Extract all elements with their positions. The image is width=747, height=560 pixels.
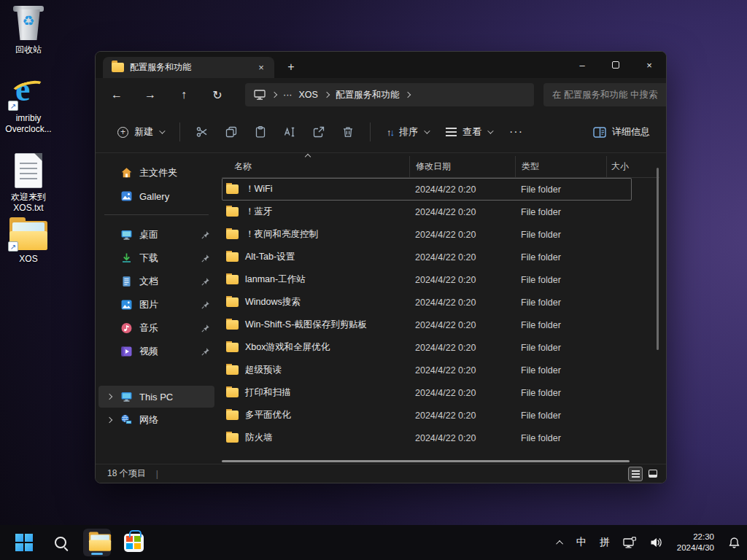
folder-icon: ↗ [9, 221, 47, 250]
column-header-type[interactable]: 类型 [515, 156, 606, 177]
expand-chevron-icon[interactable] [107, 394, 112, 400]
breadcrumb-ellipsis[interactable]: ··· [283, 90, 293, 100]
folder-icon [226, 275, 239, 284]
file-row[interactable]: Windows搜索 2024/4/22 0:20 File folder [222, 291, 632, 314]
expand-chevron-icon[interactable] [107, 417, 112, 423]
folder-icon [112, 63, 124, 72]
network-tray-button[interactable] [616, 528, 643, 557]
folder-icon [226, 365, 239, 375]
desktop-icon-ie-shortcut[interactable]: e ↗ imribiy Overclock... [0, 73, 57, 135]
notifications-button[interactable] [721, 528, 747, 557]
file-row[interactable]: lanman-工作站 2024/4/22 0:20 File folder [222, 268, 632, 291]
desktop-icon-xos-folder[interactable]: ↗ XOS [0, 221, 57, 265]
folder-icon [226, 230, 239, 239]
file-row[interactable]: 多平面优化 2024/4/22 0:20 File folder [222, 404, 632, 427]
pin-icon [201, 324, 210, 333]
sidebar-item-pictures[interactable]: 图片 [98, 294, 214, 316]
start-button[interactable] [10, 529, 38, 556]
large-icons-view-icon [649, 470, 657, 478]
file-name: 超级预读 [245, 364, 282, 376]
breadcrumb-item-xos[interactable]: XOS [299, 90, 318, 100]
refresh-button[interactable]: ↻ [205, 83, 230, 106]
network-icon [120, 414, 133, 426]
clock-time: 22:30 [693, 532, 714, 542]
delete-button[interactable] [335, 120, 361, 144]
file-row[interactable]: 打印和扫描 2024/4/22 0:20 File folder [222, 381, 632, 404]
sidebar-item-music[interactable]: 音乐 [98, 317, 214, 339]
taskbar-file-explorer-button[interactable] [83, 529, 111, 556]
sidebar-item-network[interactable]: 网络 [98, 409, 214, 431]
sidebar-item-videos[interactable]: 视频 [98, 341, 214, 362]
videos-icon [120, 346, 133, 357]
maximize-button[interactable] [599, 52, 632, 78]
vertical-scrollbar[interactable] [657, 168, 659, 350]
back-button[interactable]: ← [104, 83, 129, 106]
windows-logo-icon [15, 534, 33, 551]
details-view-button[interactable] [628, 467, 643, 481]
search-input[interactable] [543, 83, 667, 106]
view-button[interactable]: 查看 [438, 120, 499, 144]
chevron-up-icon [556, 540, 563, 547]
sidebar-item-desktop[interactable]: 桌面 [98, 224, 214, 246]
file-row[interactable]: Win-Shift-S-截图保存到剪贴板 2024/4/22 0:20 File… [222, 314, 632, 336]
file-name: Xbox游戏和全屏优化 [245, 341, 330, 354]
breadcrumb[interactable]: ··· XOS 配置服务和功能 [245, 83, 534, 106]
file-explorer-window: 配置服务和功能 × + – × ← → ↑ ↻ ··· XOS 配置服务和功能 [95, 51, 667, 483]
explorer-tab[interactable]: 配置服务和功能 × [103, 57, 274, 78]
details-pane-button[interactable]: 详细信息 [586, 120, 657, 144]
file-row[interactable]: ！WiFi 2024/4/22 0:20 File folder [222, 178, 632, 201]
file-modified: 2024/4/22 0:20 [409, 320, 515, 330]
speaker-icon [650, 537, 663, 548]
sidebar-item-downloads[interactable]: 下载 [98, 247, 214, 269]
download-icon [120, 252, 133, 264]
new-button[interactable]: + 新建 [110, 120, 171, 144]
rename-icon [283, 125, 296, 139]
sidebar-item-documents[interactable]: 文档 [98, 271, 214, 292]
share-button[interactable] [306, 120, 332, 144]
file-type: File folder [515, 252, 606, 262]
column-header-name[interactable]: 名称 [222, 156, 409, 177]
ime-pinyin-button[interactable]: 拼 [593, 528, 616, 557]
this-pc-icon [120, 391, 133, 402]
copy-button[interactable] [218, 120, 244, 144]
close-button[interactable]: × [632, 52, 666, 78]
paste-button[interactable] [247, 120, 274, 144]
file-row[interactable]: Xbox游戏和全屏优化 2024/4/22 0:20 File folder [222, 336, 632, 359]
sort-button[interactable]: ↑↓ 排序 [379, 120, 436, 144]
taskbar-search-button[interactable] [47, 529, 74, 556]
file-row[interactable]: 超级预读 2024/4/22 0:20 File folder [222, 359, 632, 381]
minimize-button[interactable]: – [565, 52, 599, 78]
tab-close-button[interactable]: × [254, 61, 268, 75]
file-name: lanman-工作站 [245, 273, 306, 286]
taskbar-clock[interactable]: 22:30 2024/4/30 [670, 532, 721, 553]
up-button[interactable]: ↑ [171, 83, 196, 106]
breadcrumb-item-current[interactable]: 配置服务和功能 [336, 89, 400, 101]
column-header-size[interactable]: 大小 [606, 156, 659, 177]
desktop-icon-recycle-bin[interactable]: ♻ 回收站 [0, 6, 57, 55]
new-tab-button[interactable]: + [282, 58, 301, 76]
column-header-modified[interactable]: 修改日期 [409, 156, 515, 177]
sort-icon: ↑↓ [387, 127, 393, 138]
rename-button[interactable] [276, 120, 303, 144]
forward-button[interactable]: → [138, 83, 163, 106]
status-divider: | [156, 469, 158, 479]
file-row[interactable]: Alt-Tab-设置 2024/4/22 0:20 File folder [222, 246, 632, 268]
more-options-button[interactable]: ··· [502, 125, 530, 139]
show-hidden-icons-button[interactable] [551, 528, 570, 557]
cut-button[interactable] [189, 120, 215, 144]
file-type: File folder [515, 320, 606, 330]
ime-language-button[interactable]: 中 [570, 528, 593, 557]
sidebar-item-home[interactable]: 主文件夹 [98, 162, 214, 184]
file-name: Alt-Tab-设置 [245, 251, 295, 263]
sidebar-item-this-pc[interactable]: This PC [98, 386, 214, 408]
file-row[interactable]: ！蓝牙 2024/4/22 0:20 File folder [222, 201, 632, 223]
volume-tray-button[interactable] [643, 528, 670, 557]
pin-icon [201, 347, 210, 357]
desktop-icon-welcome-txt[interactable]: 欢迎来到 XOS.txt [0, 153, 57, 214]
horizontal-scrollbar[interactable] [222, 460, 630, 462]
file-row[interactable]: 防火墙 2024/4/22 0:20 File folder [222, 427, 632, 449]
taskbar-store-button[interactable] [120, 529, 147, 556]
sidebar-item-gallery[interactable]: Gallery [98, 185, 214, 207]
file-row[interactable]: ！夜间和亮度控制 2024/4/22 0:20 File folder [222, 223, 632, 246]
large-icons-view-button[interactable] [646, 467, 660, 481]
